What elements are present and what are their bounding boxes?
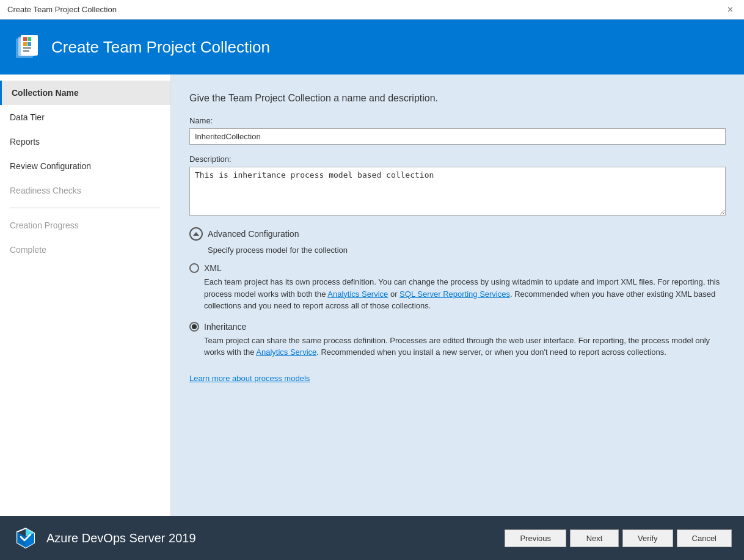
advanced-config-section: Advanced Configuration Specify process m… xyxy=(189,227,726,358)
advanced-config-title: Advanced Configuration xyxy=(208,229,299,239)
footer-buttons: Previous Next Verify Cancel xyxy=(505,529,732,547)
learn-more-section: Learn more about process models xyxy=(189,373,726,383)
advanced-config-header[interactable]: Advanced Configuration xyxy=(189,227,726,241)
inheritance-radio-button[interactable] xyxy=(189,322,199,332)
learn-more-link[interactable]: Learn more about process models xyxy=(189,374,310,383)
name-input[interactable] xyxy=(189,128,726,145)
content-area: Give the Team Project Collection a name … xyxy=(171,75,744,516)
svg-rect-7 xyxy=(23,47,31,49)
description-textarea[interactable]: This is inheritance process model based … xyxy=(189,167,726,216)
inheritance-option-description: Team project can share the same process … xyxy=(204,335,726,358)
previous-button[interactable]: Previous xyxy=(505,529,566,547)
header-banner: Create Team Project Collection xyxy=(0,20,744,75)
svg-rect-8 xyxy=(23,50,29,52)
project-collection-icon xyxy=(12,32,42,62)
sidebar-item-complete: Complete xyxy=(0,238,170,262)
footer: Azure DevOps Server 2019 Previous Next V… xyxy=(0,516,744,560)
analytics-service-link-xml[interactable]: Analytics Service xyxy=(327,289,388,299)
description-label: Description: xyxy=(189,155,726,164)
description-field-group: Description: This is inheritance process… xyxy=(189,155,726,227)
sidebar-item-readiness-checks: Readiness Checks xyxy=(0,178,170,203)
sql-server-reporting-link[interactable]: SQL Server Reporting Services xyxy=(399,289,510,299)
sidebar-item-reports[interactable]: Reports xyxy=(0,129,170,154)
inheritance-radio-option: Inheritance Team project can share the s… xyxy=(189,322,726,358)
xml-option-description: Each team project has its own process de… xyxy=(204,276,726,312)
svg-rect-5 xyxy=(23,42,27,46)
inheritance-option-label: Inheritance xyxy=(204,322,246,332)
analytics-service-link-inheritance[interactable]: Analytics Service xyxy=(256,347,316,357)
sidebar-item-review-configuration[interactable]: Review Configuration xyxy=(0,154,170,178)
title-bar: Create Team Project Collection × xyxy=(0,0,744,20)
name-label: Name: xyxy=(189,116,726,125)
close-button[interactable]: × xyxy=(724,3,737,16)
sidebar-item-creation-progress: Creation Progress xyxy=(0,213,170,238)
next-button[interactable]: Next xyxy=(570,529,619,547)
chevron-up-icon xyxy=(193,232,199,236)
process-model-subtitle: Specify process model for the collection xyxy=(208,245,726,255)
xml-radio-option: XML Each team project has its own proces… xyxy=(189,263,726,312)
sidebar-item-data-tier[interactable]: Data Tier xyxy=(0,105,170,129)
chevron-circle-icon xyxy=(189,227,203,241)
header-title: Create Team Project Collection xyxy=(51,38,270,57)
footer-logo: Azure DevOps Server 2019 xyxy=(12,525,196,551)
verify-button[interactable]: Verify xyxy=(622,529,673,547)
name-field-group: Name: xyxy=(189,116,726,155)
sidebar-divider xyxy=(10,208,161,208)
main-content: Collection Name Data Tier Reports Review… xyxy=(0,75,744,516)
sidebar: Collection Name Data Tier Reports Review… xyxy=(0,75,171,516)
svg-rect-3 xyxy=(23,37,27,41)
svg-rect-6 xyxy=(27,42,31,46)
content-subtitle: Give the Team Project Collection a name … xyxy=(189,93,726,104)
window-title: Create Team Project Collection xyxy=(7,5,117,14)
cancel-button[interactable]: Cancel xyxy=(677,529,732,547)
footer-brand-title: Azure DevOps Server 2019 xyxy=(46,531,196,545)
svg-rect-4 xyxy=(27,37,31,41)
sidebar-item-collection-name[interactable]: Collection Name xyxy=(0,81,170,105)
xml-radio-button[interactable] xyxy=(189,263,199,273)
azure-devops-logo-icon xyxy=(12,525,39,551)
xml-option-label: XML xyxy=(204,263,222,273)
